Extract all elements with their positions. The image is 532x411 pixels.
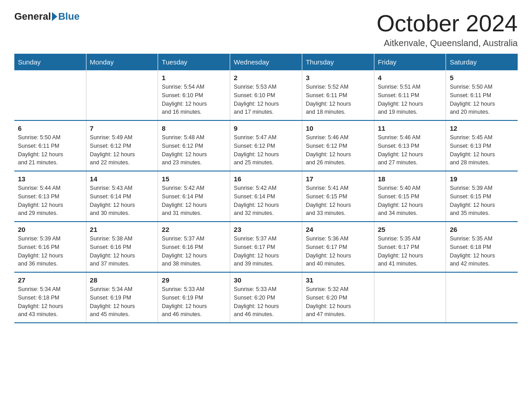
day-number: 4 <box>378 74 442 81</box>
calendar-cell: 13Sunrise: 5:44 AMSunset: 6:13 PMDayligh… <box>14 171 86 222</box>
calendar-body: 1Sunrise: 5:54 AMSunset: 6:10 PMDaylight… <box>14 70 518 323</box>
day-number: 12 <box>450 124 514 132</box>
week-row-1: 1Sunrise: 5:54 AMSunset: 6:10 PMDaylight… <box>14 70 518 120</box>
title-block: October 2024 Aitkenvale, Queensland, Aus… <box>377 11 518 48</box>
subtitle: Aitkenvale, Queensland, Australia <box>377 38 518 48</box>
calendar-cell: 15Sunrise: 5:42 AMSunset: 6:14 PMDayligh… <box>158 171 230 222</box>
calendar-cell <box>446 272 518 323</box>
day-number: 1 <box>162 74 226 81</box>
header-monday: Monday <box>86 54 158 70</box>
calendar-cell: 30Sunrise: 5:33 AMSunset: 6:20 PMDayligh… <box>230 272 302 323</box>
header-row: SundayMondayTuesdayWednesdayThursdayFrid… <box>14 54 518 70</box>
day-number: 17 <box>306 175 370 183</box>
day-number: 6 <box>18 124 82 132</box>
header: General Blue October 2024 Aitkenvale, Qu… <box>14 11 518 48</box>
calendar-cell: 26Sunrise: 5:35 AMSunset: 6:18 PMDayligh… <box>446 222 518 272</box>
day-info: Sunrise: 5:39 AMSunset: 6:15 PMDaylight:… <box>450 184 514 218</box>
day-number: 21 <box>90 226 154 233</box>
day-info: Sunrise: 5:46 AMSunset: 6:12 PMDaylight:… <box>306 133 370 167</box>
day-number: 18 <box>378 175 442 183</box>
day-info: Sunrise: 5:37 AMSunset: 6:17 PMDaylight:… <box>234 235 298 268</box>
calendar-cell: 31Sunrise: 5:32 AMSunset: 6:20 PMDayligh… <box>302 272 374 323</box>
day-info: Sunrise: 5:47 AMSunset: 6:12 PMDaylight:… <box>234 133 298 167</box>
day-number: 28 <box>90 276 154 284</box>
day-info: Sunrise: 5:53 AMSunset: 6:10 PMDaylight:… <box>234 83 298 116</box>
calendar-cell: 8Sunrise: 5:48 AMSunset: 6:12 PMDaylight… <box>158 120 230 171</box>
calendar-table: SundayMondayTuesdayWednesdayThursdayFrid… <box>14 54 518 323</box>
day-info: Sunrise: 5:35 AMSunset: 6:17 PMDaylight:… <box>378 235 442 268</box>
calendar-header: SundayMondayTuesdayWednesdayThursdayFrid… <box>14 54 518 70</box>
calendar-cell: 2Sunrise: 5:53 AMSunset: 6:10 PMDaylight… <box>230 70 302 120</box>
day-info: Sunrise: 5:50 AMSunset: 6:11 PMDaylight:… <box>450 83 514 116</box>
week-row-2: 6Sunrise: 5:50 AMSunset: 6:11 PMDaylight… <box>14 120 518 171</box>
day-number: 11 <box>378 124 442 132</box>
day-info: Sunrise: 5:40 AMSunset: 6:15 PMDaylight:… <box>378 184 442 218</box>
calendar-cell: 4Sunrise: 5:51 AMSunset: 6:11 PMDaylight… <box>374 70 446 120</box>
day-info: Sunrise: 5:54 AMSunset: 6:10 PMDaylight:… <box>162 83 226 116</box>
day-number: 19 <box>450 175 514 183</box>
day-info: Sunrise: 5:33 AMSunset: 6:20 PMDaylight:… <box>234 285 298 319</box>
calendar-cell: 19Sunrise: 5:39 AMSunset: 6:15 PMDayligh… <box>446 171 518 222</box>
day-number: 23 <box>234 226 298 233</box>
calendar-cell: 16Sunrise: 5:42 AMSunset: 6:14 PMDayligh… <box>230 171 302 222</box>
day-number: 16 <box>234 175 298 183</box>
calendar-cell: 23Sunrise: 5:37 AMSunset: 6:17 PMDayligh… <box>230 222 302 272</box>
header-tuesday: Tuesday <box>158 54 230 70</box>
day-info: Sunrise: 5:48 AMSunset: 6:12 PMDaylight:… <box>162 133 226 167</box>
calendar-cell <box>374 272 446 323</box>
day-info: Sunrise: 5:34 AMSunset: 6:19 PMDaylight:… <box>90 285 154 319</box>
day-info: Sunrise: 5:44 AMSunset: 6:13 PMDaylight:… <box>18 184 82 218</box>
calendar-cell: 7Sunrise: 5:49 AMSunset: 6:12 PMDaylight… <box>86 120 158 171</box>
calendar-cell: 28Sunrise: 5:34 AMSunset: 6:19 PMDayligh… <box>86 272 158 323</box>
day-info: Sunrise: 5:51 AMSunset: 6:11 PMDaylight:… <box>378 83 442 116</box>
day-info: Sunrise: 5:42 AMSunset: 6:14 PMDaylight:… <box>234 184 298 218</box>
day-number: 5 <box>450 74 514 81</box>
day-number: 3 <box>306 74 370 81</box>
logo-arrow-icon <box>52 12 57 21</box>
day-number: 10 <box>306 124 370 132</box>
day-info: Sunrise: 5:42 AMSunset: 6:14 PMDaylight:… <box>162 184 226 218</box>
calendar-cell: 29Sunrise: 5:33 AMSunset: 6:19 PMDayligh… <box>158 272 230 323</box>
day-number: 8 <box>162 124 226 132</box>
calendar-cell <box>86 70 158 120</box>
day-info: Sunrise: 5:52 AMSunset: 6:11 PMDaylight:… <box>306 83 370 116</box>
day-info: Sunrise: 5:35 AMSunset: 6:18 PMDaylight:… <box>450 235 514 268</box>
day-number: 25 <box>378 226 442 233</box>
calendar-cell: 21Sunrise: 5:38 AMSunset: 6:16 PMDayligh… <box>86 222 158 272</box>
day-info: Sunrise: 5:36 AMSunset: 6:17 PMDaylight:… <box>306 235 370 268</box>
day-number: 14 <box>90 175 154 183</box>
calendar-cell: 17Sunrise: 5:41 AMSunset: 6:15 PMDayligh… <box>302 171 374 222</box>
logo-text-blue: Blue <box>58 11 80 22</box>
day-number: 15 <box>162 175 226 183</box>
calendar-cell: 6Sunrise: 5:50 AMSunset: 6:11 PMDaylight… <box>14 120 86 171</box>
logo: General Blue <box>14 11 80 22</box>
day-number: 27 <box>18 276 82 284</box>
calendar-cell: 20Sunrise: 5:39 AMSunset: 6:16 PMDayligh… <box>14 222 86 272</box>
day-number: 13 <box>18 175 82 183</box>
header-thursday: Thursday <box>302 54 374 70</box>
calendar-cell: 3Sunrise: 5:52 AMSunset: 6:11 PMDaylight… <box>302 70 374 120</box>
header-wednesday: Wednesday <box>230 54 302 70</box>
day-number: 20 <box>18 226 82 233</box>
calendar-cell: 11Sunrise: 5:46 AMSunset: 6:13 PMDayligh… <box>374 120 446 171</box>
calendar-cell: 27Sunrise: 5:34 AMSunset: 6:18 PMDayligh… <box>14 272 86 323</box>
calendar-cell: 22Sunrise: 5:37 AMSunset: 6:16 PMDayligh… <box>158 222 230 272</box>
day-info: Sunrise: 5:32 AMSunset: 6:20 PMDaylight:… <box>306 285 370 319</box>
day-info: Sunrise: 5:38 AMSunset: 6:16 PMDaylight:… <box>90 235 154 268</box>
day-info: Sunrise: 5:41 AMSunset: 6:15 PMDaylight:… <box>306 184 370 218</box>
logo-text-general: General <box>14 11 51 22</box>
calendar-cell: 1Sunrise: 5:54 AMSunset: 6:10 PMDaylight… <box>158 70 230 120</box>
header-sunday: Sunday <box>14 54 86 70</box>
day-info: Sunrise: 5:45 AMSunset: 6:13 PMDaylight:… <box>450 133 514 167</box>
day-info: Sunrise: 5:33 AMSunset: 6:19 PMDaylight:… <box>162 285 226 319</box>
page-title: October 2024 <box>377 11 518 36</box>
day-number: 9 <box>234 124 298 132</box>
calendar-cell: 12Sunrise: 5:45 AMSunset: 6:13 PMDayligh… <box>446 120 518 171</box>
calendar-cell: 18Sunrise: 5:40 AMSunset: 6:15 PMDayligh… <box>374 171 446 222</box>
day-info: Sunrise: 5:34 AMSunset: 6:18 PMDaylight:… <box>18 285 82 319</box>
calendar-cell: 24Sunrise: 5:36 AMSunset: 6:17 PMDayligh… <box>302 222 374 272</box>
day-info: Sunrise: 5:49 AMSunset: 6:12 PMDaylight:… <box>90 133 154 167</box>
calendar-cell: 14Sunrise: 5:43 AMSunset: 6:14 PMDayligh… <box>86 171 158 222</box>
week-row-3: 13Sunrise: 5:44 AMSunset: 6:13 PMDayligh… <box>14 171 518 222</box>
day-number: 29 <box>162 276 226 284</box>
